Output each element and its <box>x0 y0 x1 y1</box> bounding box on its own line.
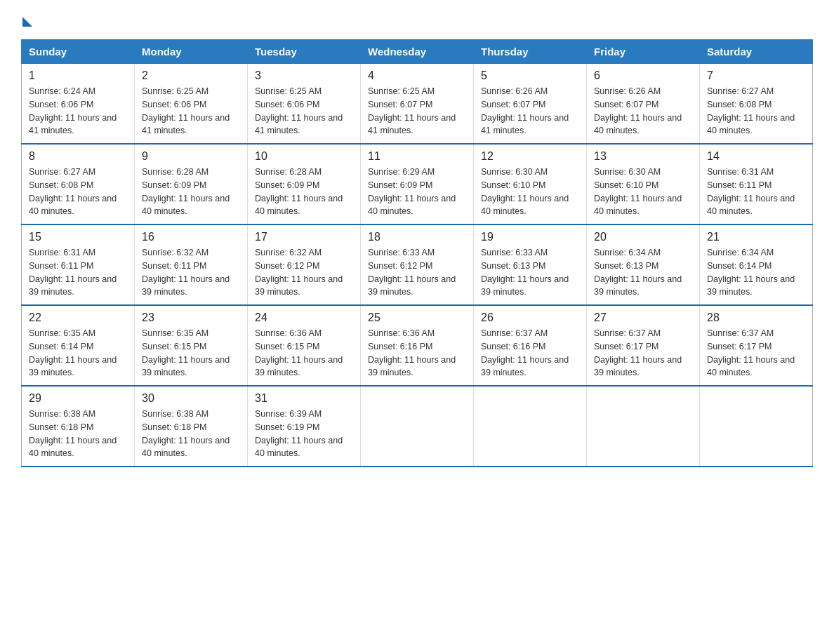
day-cell: 20 Sunrise: 6:34 AMSunset: 6:13 PMDaylig… <box>587 224 700 305</box>
day-number: 19 <box>481 231 579 243</box>
day-number: 5 <box>481 69 579 82</box>
day-info: Sunrise: 6:33 AMSunset: 6:13 PMDaylight:… <box>481 248 569 297</box>
day-cell: 22 Sunrise: 6:35 AMSunset: 6:14 PMDaylig… <box>22 305 135 386</box>
day-number: 27 <box>594 311 692 324</box>
day-number: 11 <box>368 150 466 163</box>
day-info: Sunrise: 6:38 AMSunset: 6:18 PMDaylight:… <box>142 409 230 458</box>
day-info: Sunrise: 6:34 AMSunset: 6:14 PMDaylight:… <box>707 248 795 297</box>
day-info: Sunrise: 6:37 AMSunset: 6:17 PMDaylight:… <box>594 328 682 377</box>
logo <box>21 14 32 27</box>
day-cell: 14 Sunrise: 6:31 AMSunset: 6:11 PMDaylig… <box>700 144 813 224</box>
day-info: Sunrise: 6:35 AMSunset: 6:15 PMDaylight:… <box>142 328 230 377</box>
day-info: Sunrise: 6:32 AMSunset: 6:11 PMDaylight:… <box>142 248 230 297</box>
day-info: Sunrise: 6:27 AMSunset: 6:08 PMDaylight:… <box>707 86 795 135</box>
day-cell: 4 Sunrise: 6:25 AMSunset: 6:07 PMDayligh… <box>361 64 474 145</box>
day-cell: 23 Sunrise: 6:35 AMSunset: 6:15 PMDaylig… <box>135 305 248 386</box>
day-cell: 11 Sunrise: 6:29 AMSunset: 6:09 PMDaylig… <box>361 144 474 224</box>
day-number: 13 <box>594 150 692 163</box>
day-number: 17 <box>255 231 353 243</box>
calendar-header-row: SundayMondayTuesdayWednesdayThursdayFrid… <box>22 40 813 64</box>
header <box>21 14 813 27</box>
day-cell: 30 Sunrise: 6:38 AMSunset: 6:18 PMDaylig… <box>135 386 248 467</box>
day-cell: 9 Sunrise: 6:28 AMSunset: 6:09 PMDayligh… <box>135 144 248 224</box>
day-cell: 1 Sunrise: 6:24 AMSunset: 6:06 PMDayligh… <box>22 64 135 145</box>
day-number: 8 <box>29 150 127 163</box>
day-info: Sunrise: 6:32 AMSunset: 6:12 PMDaylight:… <box>255 248 343 297</box>
day-info: Sunrise: 6:37 AMSunset: 6:16 PMDaylight:… <box>481 328 569 377</box>
day-number: 28 <box>707 311 805 324</box>
day-cell <box>700 386 813 467</box>
day-cell: 29 Sunrise: 6:38 AMSunset: 6:18 PMDaylig… <box>22 386 135 467</box>
day-cell: 25 Sunrise: 6:36 AMSunset: 6:16 PMDaylig… <box>361 305 474 386</box>
day-cell: 3 Sunrise: 6:25 AMSunset: 6:06 PMDayligh… <box>248 64 361 145</box>
day-info: Sunrise: 6:39 AMSunset: 6:19 PMDaylight:… <box>255 409 343 458</box>
day-info: Sunrise: 6:25 AMSunset: 6:06 PMDaylight:… <box>255 86 343 135</box>
day-number: 24 <box>255 311 353 324</box>
day-cell: 27 Sunrise: 6:37 AMSunset: 6:17 PMDaylig… <box>587 305 700 386</box>
week-row-1: 1 Sunrise: 6:24 AMSunset: 6:06 PMDayligh… <box>22 64 813 145</box>
day-info: Sunrise: 6:33 AMSunset: 6:12 PMDaylight:… <box>368 248 456 297</box>
day-cell <box>361 386 474 467</box>
day-info: Sunrise: 6:25 AMSunset: 6:06 PMDaylight:… <box>142 86 230 135</box>
day-number: 10 <box>255 150 353 163</box>
header-friday: Friday <box>587 40 700 64</box>
header-wednesday: Wednesday <box>361 40 474 64</box>
header-sunday: Sunday <box>22 40 135 64</box>
day-number: 31 <box>255 392 353 405</box>
day-number: 7 <box>707 69 805 82</box>
day-number: 15 <box>29 231 127 243</box>
header-monday: Monday <box>135 40 248 64</box>
day-cell: 24 Sunrise: 6:36 AMSunset: 6:15 PMDaylig… <box>248 305 361 386</box>
day-info: Sunrise: 6:30 AMSunset: 6:10 PMDaylight:… <box>594 167 682 216</box>
day-info: Sunrise: 6:26 AMSunset: 6:07 PMDaylight:… <box>481 86 569 135</box>
week-row-2: 8 Sunrise: 6:27 AMSunset: 6:08 PMDayligh… <box>22 144 813 224</box>
day-info: Sunrise: 6:31 AMSunset: 6:11 PMDaylight:… <box>29 248 117 297</box>
day-cell <box>587 386 700 467</box>
day-cell: 10 Sunrise: 6:28 AMSunset: 6:09 PMDaylig… <box>248 144 361 224</box>
day-number: 4 <box>368 69 466 82</box>
day-info: Sunrise: 6:36 AMSunset: 6:16 PMDaylight:… <box>368 328 456 377</box>
day-cell: 7 Sunrise: 6:27 AMSunset: 6:08 PMDayligh… <box>700 64 813 145</box>
day-number: 21 <box>707 231 805 243</box>
day-info: Sunrise: 6:25 AMSunset: 6:07 PMDaylight:… <box>368 86 456 135</box>
day-cell: 21 Sunrise: 6:34 AMSunset: 6:14 PMDaylig… <box>700 224 813 305</box>
day-cell: 12 Sunrise: 6:30 AMSunset: 6:10 PMDaylig… <box>474 144 587 224</box>
day-number: 9 <box>142 150 240 163</box>
logo-triangle-icon <box>22 17 32 27</box>
day-number: 6 <box>594 69 692 82</box>
day-info: Sunrise: 6:38 AMSunset: 6:18 PMDaylight:… <box>29 409 117 458</box>
header-tuesday: Tuesday <box>248 40 361 64</box>
day-info: Sunrise: 6:35 AMSunset: 6:14 PMDaylight:… <box>29 328 117 377</box>
header-saturday: Saturday <box>700 40 813 64</box>
day-info: Sunrise: 6:28 AMSunset: 6:09 PMDaylight:… <box>255 167 343 216</box>
day-number: 2 <box>142 69 240 82</box>
day-cell: 6 Sunrise: 6:26 AMSunset: 6:07 PMDayligh… <box>587 64 700 145</box>
day-cell: 5 Sunrise: 6:26 AMSunset: 6:07 PMDayligh… <box>474 64 587 145</box>
day-number: 12 <box>481 150 579 163</box>
day-cell: 28 Sunrise: 6:37 AMSunset: 6:17 PMDaylig… <box>700 305 813 386</box>
day-number: 29 <box>29 392 127 405</box>
day-cell <box>474 386 587 467</box>
day-number: 1 <box>29 69 127 82</box>
day-info: Sunrise: 6:37 AMSunset: 6:17 PMDaylight:… <box>707 328 795 377</box>
day-number: 20 <box>594 231 692 243</box>
day-number: 26 <box>481 311 579 324</box>
day-cell: 19 Sunrise: 6:33 AMSunset: 6:13 PMDaylig… <box>474 224 587 305</box>
day-number: 23 <box>142 311 240 324</box>
day-cell: 2 Sunrise: 6:25 AMSunset: 6:06 PMDayligh… <box>135 64 248 145</box>
day-cell: 16 Sunrise: 6:32 AMSunset: 6:11 PMDaylig… <box>135 224 248 305</box>
day-number: 25 <box>368 311 466 324</box>
week-row-3: 15 Sunrise: 6:31 AMSunset: 6:11 PMDaylig… <box>22 224 813 305</box>
day-cell: 15 Sunrise: 6:31 AMSunset: 6:11 PMDaylig… <box>22 224 135 305</box>
day-info: Sunrise: 6:26 AMSunset: 6:07 PMDaylight:… <box>594 86 682 135</box>
week-row-5: 29 Sunrise: 6:38 AMSunset: 6:18 PMDaylig… <box>22 386 813 467</box>
day-cell: 31 Sunrise: 6:39 AMSunset: 6:19 PMDaylig… <box>248 386 361 467</box>
day-number: 18 <box>368 231 466 243</box>
day-number: 16 <box>142 231 240 243</box>
day-number: 3 <box>255 69 353 82</box>
week-row-4: 22 Sunrise: 6:35 AMSunset: 6:14 PMDaylig… <box>22 305 813 386</box>
day-info: Sunrise: 6:24 AMSunset: 6:06 PMDaylight:… <box>29 86 117 135</box>
day-info: Sunrise: 6:28 AMSunset: 6:09 PMDaylight:… <box>142 167 230 216</box>
day-cell: 26 Sunrise: 6:37 AMSunset: 6:16 PMDaylig… <box>474 305 587 386</box>
day-cell: 18 Sunrise: 6:33 AMSunset: 6:12 PMDaylig… <box>361 224 474 305</box>
